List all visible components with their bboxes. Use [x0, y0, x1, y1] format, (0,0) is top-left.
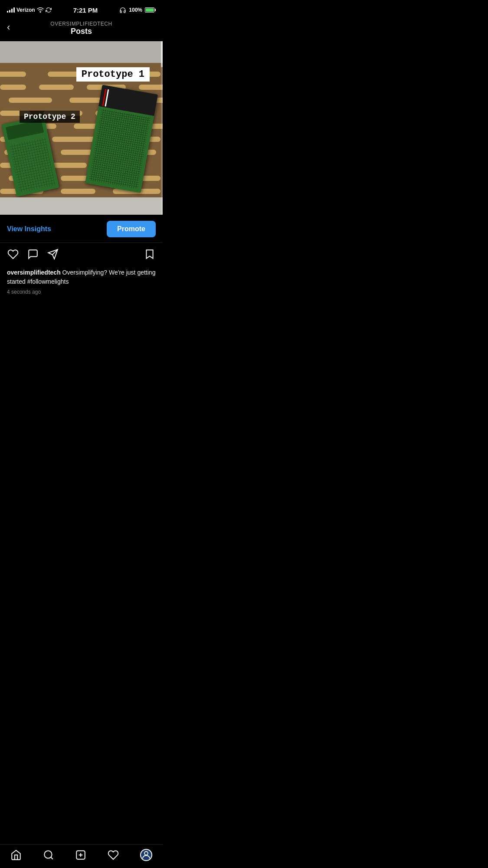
- account-name-label: OVERSIMPLIFIEDTECH: [7, 21, 156, 27]
- wood-texture: [0, 63, 163, 197]
- svg-marker-3: [146, 250, 153, 259]
- battery-icon: [145, 7, 156, 13]
- signal-bar-2: [9, 10, 10, 13]
- save-button[interactable]: [144, 248, 156, 260]
- main-content: Prototype 1 Prototype 2 View Insights Pr…: [0, 41, 163, 330]
- svg-point-0: [40, 12, 40, 13]
- scroll-indicator: [161, 41, 163, 215]
- comment-icon: [27, 249, 39, 260]
- sync-icon: [46, 7, 52, 13]
- signal-bar-1: [7, 11, 8, 13]
- share-button[interactable]: [47, 248, 59, 260]
- promote-button[interactable]: Promote: [107, 221, 156, 237]
- signal-bar-3: [11, 9, 13, 13]
- action-bar: View Insights Promote: [0, 215, 163, 242]
- post-timestamp: 4 seconds ago: [7, 289, 156, 295]
- prototype-2-label: Prototype 2: [20, 111, 80, 123]
- wood-slot: [39, 85, 74, 90]
- wood-slot: [0, 85, 26, 90]
- wood-slot: [0, 72, 26, 77]
- post-actions-row: [0, 243, 163, 265]
- carrier-label: Verizon: [16, 7, 35, 13]
- wood-slot: [139, 85, 163, 90]
- back-button[interactable]: ‹: [7, 21, 10, 34]
- wood-slot: [9, 98, 52, 103]
- nav-header: ‹ OVERSIMPLIFIEDTECH Posts: [0, 19, 163, 41]
- scroll-thumb: [161, 41, 163, 67]
- status-left: Verizon: [7, 7, 52, 13]
- like-button[interactable]: [7, 248, 19, 260]
- wood-slot: [52, 137, 95, 142]
- prototype-1-label: Prototype 1: [76, 67, 150, 82]
- heart-icon: [7, 249, 19, 260]
- share-icon: [47, 249, 59, 260]
- post-content: oversimplifiedtech Oversimplifying? We'r…: [0, 265, 163, 299]
- status-right: 100%: [119, 7, 156, 13]
- status-bar: Verizon 7:21 PM 100%: [0, 0, 163, 19]
- post-image: Prototype 1 Prototype 2: [0, 41, 163, 215]
- post-caption: oversimplifiedtech Oversimplifying? We'r…: [7, 268, 156, 286]
- save-icon: [144, 249, 155, 260]
- ledge-bottom: [0, 197, 163, 215]
- post-actions-left: [7, 248, 59, 260]
- headphones-icon: [119, 7, 126, 13]
- wifi-icon: [37, 7, 44, 13]
- battery-percent: 100%: [129, 7, 142, 13]
- post-username[interactable]: oversimplifiedtech: [7, 269, 61, 276]
- comment-button[interactable]: [27, 248, 39, 260]
- page-title: Posts: [7, 27, 156, 36]
- post-photo: Prototype 1 Prototype 2: [0, 41, 163, 215]
- signal-bars-icon: [7, 7, 15, 13]
- wood-slot: [61, 189, 95, 194]
- view-insights-button[interactable]: View Insights: [7, 225, 51, 233]
- status-time: 7:21 PM: [73, 7, 98, 14]
- signal-bar-4: [13, 7, 15, 13]
- ledge-top: [0, 41, 163, 63]
